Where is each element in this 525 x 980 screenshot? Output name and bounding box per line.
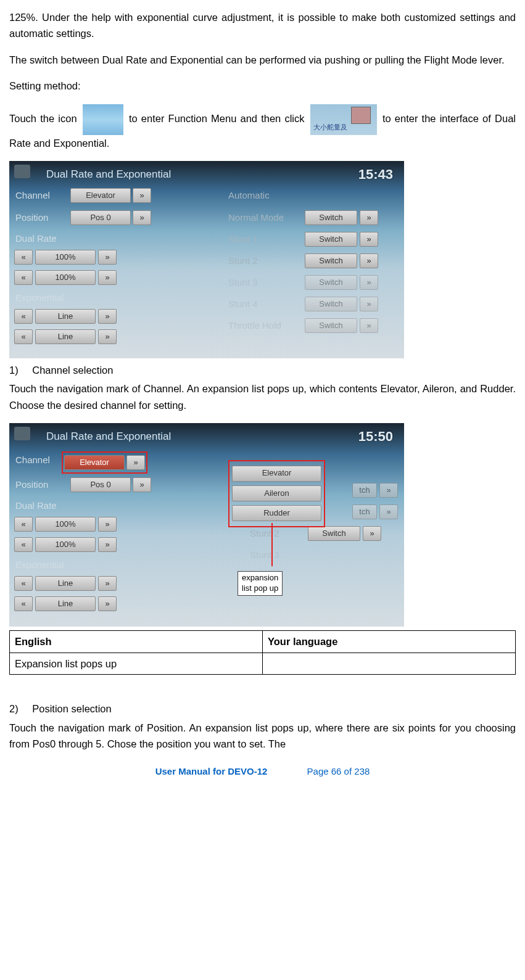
footer-page: Page 66 of 238: [307, 766, 370, 776]
chevron-right-icon[interactable]: »: [360, 318, 378, 333]
page-footer: User Manual for DEVO-12 Page 66 of 238: [9, 764, 516, 779]
paragraph: Touch the navigation mark of Channel. An…: [9, 381, 516, 413]
switch-partial: tch: [352, 504, 377, 519]
callout-label: expansion list pop up: [238, 571, 283, 596]
switch-value[interactable]: Switch: [308, 526, 360, 541]
exponential-label: Exponential: [9, 290, 68, 305]
mode-label: Normal Mode: [222, 210, 302, 225]
dual-rate-value-2[interactable]: 100%: [35, 270, 96, 285]
table-cell: Expansion list pops up: [10, 653, 263, 674]
switch-value[interactable]: Switch: [305, 318, 357, 333]
position-label: Position: [9, 477, 68, 492]
screen-time: 15:43: [358, 163, 393, 185]
switch-value[interactable]: Switch: [305, 253, 357, 268]
mode-label: Stunt 3: [244, 548, 305, 562]
text: Touch the icon: [9, 113, 81, 124]
table-header: English: [10, 631, 263, 653]
function-menu-icon: [83, 104, 123, 135]
section-number: 1): [9, 364, 19, 376]
mode-label: Stunt 2: [244, 526, 305, 541]
text: to enter Function Menu and then click: [129, 113, 308, 124]
dual-rate-value-1[interactable]: 100%: [35, 250, 96, 265]
chevron-right-icon[interactable]: »: [360, 232, 378, 247]
chevron-right-icon[interactable]: »: [363, 526, 381, 541]
touch-instruction: Touch the icon to enter Function Menu an…: [9, 104, 516, 151]
table-cell: [263, 653, 516, 674]
chevron-right-icon[interactable]: »: [379, 483, 398, 498]
chevron-right-icon[interactable]: »: [98, 270, 117, 285]
dual-rate-icon: [310, 104, 377, 135]
screenshot-dual-rate: Dual Rate and Exponential 15:43 Channel …: [9, 161, 404, 358]
popup-option[interactable]: Rudder: [232, 505, 321, 521]
position-value[interactable]: Pos 0: [70, 477, 131, 492]
switch-value[interactable]: Switch: [305, 297, 357, 311]
switch-value[interactable]: Switch: [305, 210, 357, 225]
chevron-left-icon[interactable]: «: [14, 537, 33, 552]
channel-value[interactable]: Elevator: [64, 455, 125, 470]
screen-time: 15:50: [358, 426, 393, 447]
screen-title: Dual Rate and Exponential: [46, 166, 171, 183]
chevron-right-icon[interactable]: »: [98, 537, 117, 552]
switch-value[interactable]: Switch: [305, 232, 357, 247]
screen-title: Dual Rate and Exponential: [46, 428, 171, 445]
popup-option[interactable]: Aileron: [232, 485, 321, 501]
table-header: Your language: [263, 631, 516, 653]
exponential-value-1[interactable]: Line: [35, 576, 96, 591]
chevron-right-icon[interactable]: »: [379, 504, 398, 519]
chevron-right-icon[interactable]: »: [133, 477, 151, 492]
channel-value[interactable]: Elevator: [70, 188, 131, 203]
paragraph: Setting method:: [9, 78, 516, 94]
chevron-left-icon[interactable]: «: [14, 596, 33, 611]
chevron-left-icon[interactable]: «: [14, 250, 33, 265]
exponential-value-2[interactable]: Line: [35, 329, 96, 344]
chevron-right-icon[interactable]: »: [360, 210, 378, 225]
dual-rate-label: Dual Rate: [9, 231, 68, 246]
chevron-left-icon[interactable]: «: [14, 517, 33, 532]
chevron-right-icon[interactable]: »: [98, 596, 117, 611]
footer-title: User Manual for DEVO-12: [155, 766, 268, 776]
channel-popup: Elevator Aileron Rudder: [228, 460, 325, 527]
section-number: 2): [9, 703, 19, 714]
mode-label: Stunt 3: [222, 275, 302, 290]
callout-line: [271, 523, 273, 566]
dual-rate-value-2[interactable]: 100%: [35, 537, 96, 552]
dual-rate-value-1[interactable]: 100%: [35, 517, 96, 532]
chevron-right-icon[interactable]: »: [133, 210, 151, 225]
chevron-right-icon[interactable]: »: [360, 275, 378, 290]
switch-value[interactable]: Switch: [305, 275, 357, 290]
chevron-right-icon[interactable]: »: [98, 576, 117, 591]
section-heading: 2) Position selection: [9, 701, 516, 717]
channel-label: Channel: [9, 188, 68, 203]
chevron-left-icon[interactable]: «: [14, 309, 33, 324]
exponential-value-2[interactable]: Line: [35, 596, 96, 611]
chevron-right-icon[interactable]: »: [133, 188, 151, 203]
switch-partial: tch: [352, 483, 377, 498]
channel-label: Channel: [9, 453, 68, 467]
chevron-right-icon[interactable]: »: [126, 455, 145, 470]
position-value[interactable]: Pos 0: [70, 210, 131, 225]
back-button[interactable]: [14, 427, 30, 440]
chevron-right-icon[interactable]: »: [360, 297, 378, 311]
section-title: Position selection: [32, 703, 111, 714]
dual-rate-label: Dual Rate: [9, 498, 68, 513]
chevron-left-icon[interactable]: «: [14, 329, 33, 344]
exponential-label: Exponential: [9, 558, 68, 572]
exponential-value-1[interactable]: Line: [35, 309, 96, 324]
back-button[interactable]: [14, 165, 30, 178]
chevron-right-icon[interactable]: »: [98, 517, 117, 532]
paragraph: 125%. Under the help with exponential cu…: [9, 9, 516, 42]
automatic-label: Automatic: [222, 188, 270, 203]
screenshot-channel-selection: Dual Rate and Exponential 15:50 Elevator…: [9, 423, 404, 627]
paragraph: Touch the navigation mark of Position. A…: [9, 720, 516, 752]
chevron-right-icon[interactable]: »: [98, 309, 117, 324]
chevron-right-icon[interactable]: »: [98, 250, 117, 265]
paragraph: The switch between Dual Rate and Exponen…: [9, 52, 516, 68]
popup-option[interactable]: Elevator: [232, 466, 321, 482]
chevron-right-icon[interactable]: »: [98, 329, 117, 344]
position-label: Position: [9, 210, 68, 225]
chevron-left-icon[interactable]: «: [14, 270, 33, 285]
chevron-right-icon[interactable]: »: [360, 253, 378, 268]
mode-label: Stunt 1: [222, 232, 302, 247]
section-heading: 1) Channel selection: [9, 362, 516, 378]
chevron-left-icon[interactable]: «: [14, 576, 33, 591]
